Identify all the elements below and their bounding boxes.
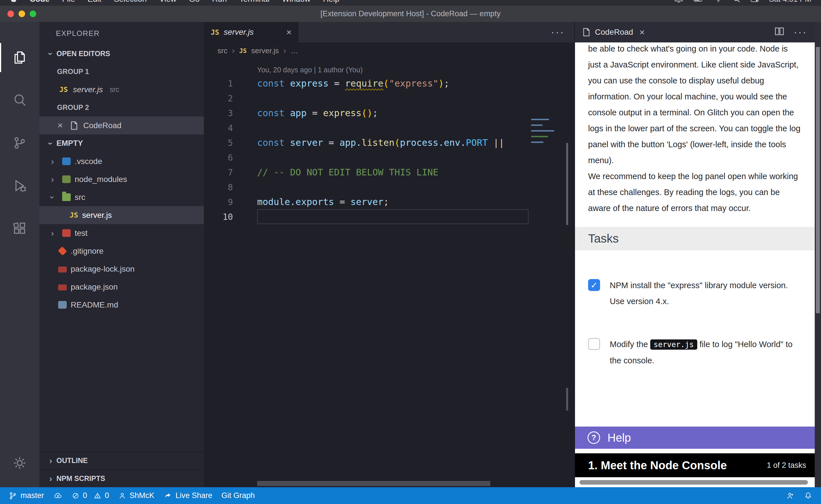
code-line-2[interactable]: 2 [204, 91, 574, 106]
control-center-icon[interactable] [751, 0, 759, 3]
menubar-item-go[interactable]: Go [189, 0, 199, 4]
webview-horizontal-scrollbar[interactable] [579, 480, 808, 485]
breadcrumb-more[interactable]: … [291, 46, 298, 55]
menubar-clock[interactable]: Sat 4:51 PM [769, 0, 811, 4]
code-line-7[interactable]: 7// -- DO NOT EDIT BELOW THIS LINE [204, 165, 574, 180]
cloud-upload-icon [53, 491, 62, 500]
chevron-right-icon: › [45, 474, 56, 483]
panel-tab-label[interactable]: CodeRoad [595, 28, 633, 37]
line-number: 2 [204, 93, 233, 103]
display-icon[interactable] [674, 0, 683, 3]
code-line-3[interactable]: 3const app = express(); [204, 106, 574, 120]
apple-menu-icon[interactable] [10, 0, 17, 3]
code-line-4[interactable]: 4 [204, 120, 574, 135]
workspace-section-header[interactable]: › EMPTY [39, 134, 204, 152]
explorer-sidebar: EXPLORER › OPEN EDITORS GROUP 1 JS serve… [39, 22, 204, 487]
menubar-item-window[interactable]: Window [282, 0, 311, 4]
code-line-6[interactable]: 6 [204, 150, 574, 165]
tree-item-vscode[interactable]: › .vscode [39, 152, 204, 170]
split-editor-icon[interactable] [775, 27, 784, 38]
menubar-item-run[interactable]: Run [212, 0, 227, 4]
code-line-9[interactable]: 9module.exports = server; [204, 194, 574, 209]
tree-item-readme[interactable]: README.md [39, 296, 204, 314]
run-debug-activity-icon[interactable] [0, 164, 39, 207]
problems-item[interactable]: 0 0 [67, 487, 114, 504]
extensions-activity-icon[interactable] [0, 207, 39, 250]
window-titlebar: [Extension Development Host] - CodeRoad … [0, 6, 821, 22]
codelens-annotation[interactable]: You, 20 days ago | 1 author (You) [204, 63, 574, 76]
breadcrumb-file[interactable]: server.js [252, 46, 279, 55]
tree-item-package-lock[interactable]: package-lock.json [39, 260, 204, 278]
wifi-icon[interactable] [714, 0, 723, 3]
open-editor-label: server.js [73, 85, 103, 94]
tree-item-serverjs[interactable]: JS server.js [39, 206, 204, 224]
open-editor-serverjs[interactable]: JS server.js src [39, 81, 204, 99]
settings-gear-icon[interactable] [0, 442, 39, 484]
npm-scripts-section-header[interactable]: › NPM SCRIPTS [39, 469, 204, 487]
open-editor-coderoad[interactable]: × CodeRoad [39, 116, 204, 134]
task-checkbox-unchecked[interactable] [588, 338, 600, 350]
editor-vertical-scrollbar[interactable] [566, 143, 568, 225]
menubar-item-file[interactable]: File [62, 0, 75, 4]
tree-item-node-modules[interactable]: › node_modules [39, 170, 204, 188]
close-icon[interactable]: × [55, 120, 65, 131]
menubar-item-code[interactable]: Code [30, 0, 50, 4]
breadcrumb-folder[interactable]: src [218, 46, 228, 55]
lesson-paragraph: We recommend to keep the log panel open … [588, 168, 800, 216]
src-folder-icon [62, 193, 71, 201]
editor-group-1-header[interactable]: GROUP 1 [39, 63, 204, 81]
line-number: 10 [204, 212, 233, 222]
tree-item-package-json[interactable]: package.json [39, 278, 204, 296]
chevron-right-icon: › [47, 228, 58, 238]
code-line-5[interactable]: 5const server = app.listen(process.env.P… [204, 135, 574, 150]
outline-section-header[interactable]: › OUTLINE [39, 451, 204, 469]
minimize-window-button[interactable] [19, 11, 25, 17]
file-icon [582, 28, 590, 37]
tree-item-src[interactable]: › src [39, 188, 204, 206]
publish-changes-item[interactable] [49, 487, 67, 504]
task-checkbox-checked[interactable]: ✓ [588, 279, 600, 291]
code-line-8[interactable]: 8 [204, 180, 574, 194]
menubar-item-help[interactable]: Help [323, 0, 340, 4]
code-line-1[interactable]: 1const express = require("express"); [204, 76, 574, 91]
panel-more-actions-icon[interactable]: ··· [794, 26, 807, 38]
coderoad-webview: be able to check what's going on in your… [575, 42, 815, 487]
account-item[interactable]: ShMcK [114, 487, 159, 504]
minimap[interactable] [531, 119, 555, 146]
chevron-right-icon: › [45, 456, 56, 466]
close-window-button[interactable] [7, 11, 14, 17]
close-tab-icon[interactable]: × [286, 27, 292, 38]
live-share-item[interactable]: Live Share [159, 487, 217, 504]
zoom-window-button[interactable] [30, 11, 36, 17]
tab-serverjs[interactable]: JS server.js × [204, 22, 299, 42]
panel-scrollbar-thumb[interactable] [816, 47, 820, 313]
git-graph-item[interactable]: Git Graph [217, 487, 260, 504]
code-line-10[interactable]: 10 [204, 209, 574, 224]
menubar-item-view[interactable]: View [159, 0, 176, 4]
help-button[interactable]: ? Help [575, 427, 815, 449]
battery-icon[interactable] [694, 0, 704, 2]
editor-horizontal-scrollbar[interactable] [257, 481, 490, 486]
node-modules-folder-icon [62, 175, 71, 183]
live-share-contacts-icon[interactable] [782, 487, 799, 504]
menubar-item-selection[interactable]: Selection [114, 0, 146, 4]
lesson-progress-bar[interactable]: 1. Meet the Node Console 1 of 2 tasks [575, 453, 815, 477]
tree-item-gitignore[interactable]: .gitignore [39, 242, 204, 260]
explorer-activity-icon[interactable] [0, 36, 39, 79]
editor-group-2-header[interactable]: GROUP 2 [39, 99, 204, 116]
menubar-item-terminal[interactable]: Terminal [239, 0, 270, 4]
git-branch-item[interactable]: master [4, 487, 49, 504]
tree-item-test[interactable]: › test [39, 224, 204, 242]
notifications-bell-icon[interactable] [799, 487, 817, 504]
breadcrumb[interactable]: src › JS server.js › … [204, 42, 574, 59]
line-number: 8 [204, 182, 233, 192]
menubar-item-edit[interactable]: Edit [87, 0, 101, 4]
search-icon[interactable] [733, 0, 740, 3]
task-text: Modify the server.js file to log "Hello … [610, 336, 800, 368]
editor-more-actions-icon[interactable]: ··· [551, 22, 574, 42]
open-editors-section-header[interactable]: › OPEN EDITORS [39, 45, 204, 63]
search-activity-icon[interactable] [0, 79, 39, 122]
warning-count: 0 [105, 491, 109, 500]
close-panel-icon[interactable]: × [640, 27, 645, 38]
source-control-activity-icon[interactable] [0, 122, 39, 164]
